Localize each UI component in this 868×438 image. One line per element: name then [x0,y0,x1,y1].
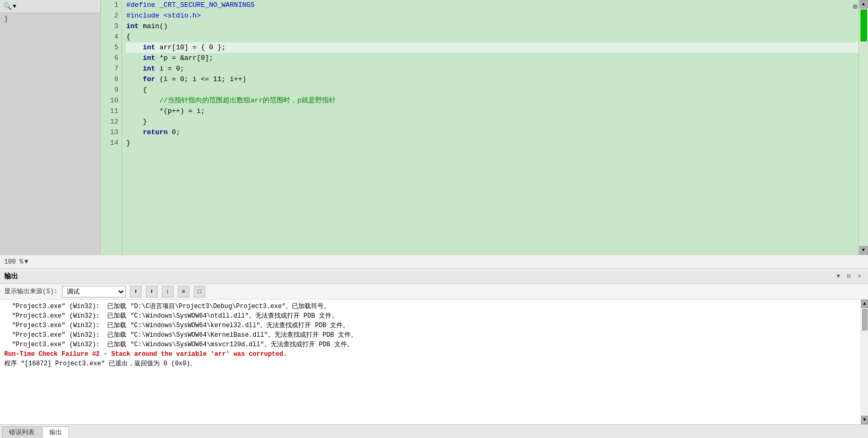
output-panel: 输出 ▼ ⊟ × 显示输出来源(S): 调试 ⬆ ⬇ ↕ ≡ □ "Projec… [0,268,868,438]
output-scrollbar-thumb[interactable] [862,309,867,330]
bottom-tabs: 错误列表输出 [0,424,868,438]
output-line: "Project3.exe" (Win32): 已加载 "C:\Windows\… [4,311,856,321]
output-line: "Project3.exe" (Win32): 已加载 "C:\Windows\… [4,340,856,349]
scroll-down-btn[interactable]: ▼ [860,246,868,255]
output-scroll-down[interactable]: ▼ [861,416,868,424]
line-number-14: 14 [101,138,121,148]
code-line-4: { [126,32,858,42]
line-numbers: 1234567891011121314 [101,0,122,255]
output-content: "Project3.exe" (Win32): 已加载 "D:\C语言项目\Pr… [0,300,861,424]
code-line-13: return 0; [126,127,858,138]
output-line: Run-Time Check Failure #2 - Stack around… [4,349,856,359]
search-icon: 🔍 [3,2,12,11]
scrollbar-track[interactable] [859,42,868,246]
code-line-8: for (i = 0; i <= 11; i++) [126,74,858,85]
line-number-2: 2 [101,11,121,21]
zoom-bar: 100 % ▼ [0,255,868,268]
output-content-row: "Project3.exe" (Win32): 已加载 "D:\C语言项目\Pr… [0,300,868,424]
code-line-1: #define _CRT_SECURE_NO_WARNINGS [126,0,858,11]
line-number-11: 11 [101,106,121,117]
line-number-8: 8 [101,74,121,85]
output-scrollbar[interactable]: ▲ ▼ [861,300,868,424]
output-scroll-up[interactable]: ▲ [861,300,868,308]
scroll-up-btn[interactable]: ▲ [860,0,868,8]
zoom-dropdown[interactable]: 100 % ▼ [4,258,28,266]
line-number-3: 3 [101,21,121,32]
code-line-5: int arr[10] = { 0 }; [126,42,858,53]
code-line-12: } [126,117,858,127]
code-line-2: #include <stdio.h> [126,11,858,21]
code-line-10: //当指针指向的范围超出数组arr的范围时，p就是野指针 [126,95,858,106]
output-line: 程序 "[16872] Project3.exe" 已退出，返回值为 0 (0x… [4,359,856,369]
bottom-tab-0[interactable]: 错误列表 [2,426,41,438]
toolbar-btn-4[interactable]: ≡ [178,286,189,297]
line-number-10: 10 [101,95,121,106]
output-line: "Project3.exe" (Win32): 已加载 "C:\Windows\… [4,321,856,330]
output-header-icons: ▼ ⊟ × [834,272,864,281]
line-number-5: 5 [101,42,121,53]
zoom-arrow: ▼ [24,258,28,266]
code-line-14: } [126,138,858,148]
line-number-12: 12 [101,117,121,127]
vertical-scrollbar[interactable]: ▲ ▼ [858,0,868,255]
toolbar-btn-2[interactable]: ⬇ [146,286,158,297]
output-toolbar: 显示输出来源(S): 调试 ⬆ ⬇ ↕ ≡ □ [0,284,868,300]
line-number-7: 7 [101,64,121,74]
output-scroll-track [861,331,868,416]
scrollbar-thumb[interactable] [861,10,867,41]
code-line-6: int *p = &arr[0]; [126,53,858,64]
output-line: "Project3.exe" (Win32): 已加载 "C:\Windows\… [4,330,856,340]
code-area: 🔍 ▼ } 1234567891011121314 #define _CRT_S… [0,0,868,255]
output-dock-btn[interactable]: ⊟ [845,272,853,281]
code-line-11: *(p++) = i; [126,106,858,117]
output-source-dropdown[interactable]: 调试 [62,286,126,297]
code-line-7: int i = 0; [126,64,858,74]
output-close-btn[interactable]: × [855,272,864,281]
output-source-label: 显示输出来源(S): [4,287,58,296]
sidebar: 🔍 ▼ } [0,0,101,255]
line-number-6: 6 [101,53,121,64]
sidebar-item: } [0,13,100,25]
zoom-level: 100 % [4,258,23,266]
sidebar-search[interactable]: 🔍 ▼ [0,0,100,13]
output-title: 输出 [4,271,18,281]
code-line-9: { [126,85,858,95]
line-number-13: 13 [101,127,121,138]
toolbar-btn-5[interactable]: □ [194,286,205,297]
expand-icon[interactable]: ⊞ [853,2,857,11]
bottom-tab-1[interactable]: 输出 [42,426,69,438]
line-number-4: 4 [101,32,121,42]
toolbar-btn-3[interactable]: ↕ [162,286,173,297]
output-line: "Project3.exe" (Win32): 已加载 "D:\C语言项目\Pr… [4,302,856,311]
toolbar-btn-1[interactable]: ⬆ [130,286,142,297]
code-line-3: int main() [126,21,858,32]
output-header: 输出 ▼ ⊟ × [0,269,868,284]
line-number-9: 9 [101,85,121,95]
code-content[interactable]: #define _CRT_SECURE_NO_WARNINGS#include … [122,0,858,255]
output-pin-btn[interactable]: ▼ [834,272,843,281]
main-container: 🔍 ▼ } 1234567891011121314 #define _CRT_S… [0,0,868,438]
line-number-1: 1 [101,0,121,11]
